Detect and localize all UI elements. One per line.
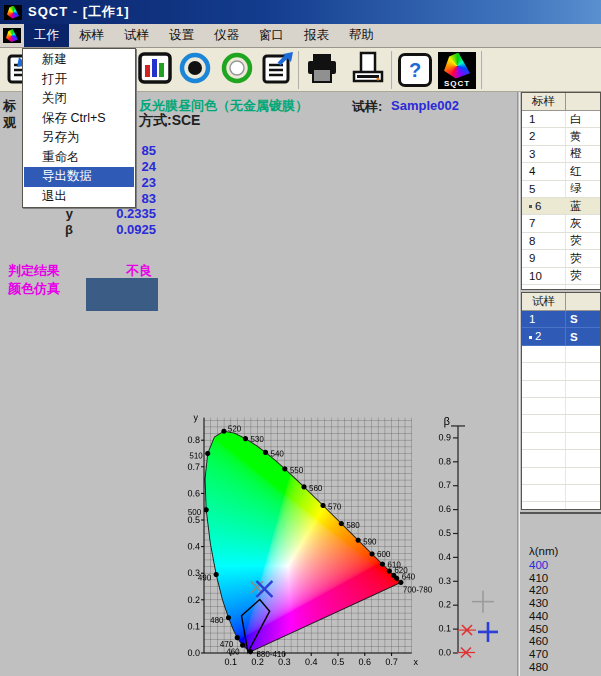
chromaticity-chart: [180, 405, 510, 676]
table-row-empty: [522, 485, 600, 502]
chart-view-button[interactable]: [136, 51, 174, 89]
wavelength-value: 410: [529, 572, 548, 585]
table-row[interactable]: 7灰: [522, 215, 600, 232]
menu-item-close[interactable]: 关闭: [24, 89, 134, 109]
table-row-empty: [522, 433, 600, 450]
menu-item-sample[interactable]: 试样: [114, 24, 159, 47]
color-simulation-label: 颜色仿真: [8, 280, 60, 298]
bar-chart-icon: [137, 50, 173, 90]
wavelength-value: 440: [529, 610, 548, 623]
sample-label: 试样:: [352, 98, 382, 116]
sample-table-header: 试样: [522, 293, 600, 311]
table-row-empty: [522, 450, 600, 467]
sample-table: 试样 1S 2S: [521, 292, 601, 510]
app-window: { "window": {"title": "SQCT - [工作1]"}, "…: [0, 0, 601, 676]
value-label-y: y: [39, 206, 73, 221]
color-simulation-swatch: [86, 278, 158, 311]
window-title: SQCT - [工作1]: [28, 3, 130, 21]
wavelength-value: 480: [529, 661, 548, 674]
about-sqct-button[interactable]: SQCT: [438, 51, 476, 89]
standard-label-fragment: 标: [3, 97, 16, 115]
wavelength-value: 430: [529, 597, 548, 610]
right-panel: 标样 1白 2黄 3橙 4红 5绿 6蓝 7灰 8荧 9荧 10荧 11 试样 …: [520, 92, 601, 676]
help-button[interactable]: ?: [396, 51, 434, 89]
sample-name: Sample002: [391, 98, 459, 113]
wavelength-panel: λ(nm) 400 410 420 430 440 450 460 470 48…: [520, 512, 601, 676]
menu-bar: 工作 标样 试样 设置 仪器 窗口 报表 帮助: [0, 24, 601, 48]
document-system-icon[interactable]: [3, 28, 21, 43]
sqct-logo-icon: SQCT: [438, 52, 476, 89]
table-row-empty: [522, 398, 600, 415]
standard-table: 标样 1白 2黄 3橙 4红 5绿 6蓝 7灰 8荧 9荧 10荧 11: [521, 92, 601, 290]
table-row[interactable]: 4红: [522, 163, 600, 180]
table-row[interactable]: 11: [522, 285, 600, 290]
menu-item-save[interactable]: 保存 Ctrl+S: [24, 109, 134, 129]
wavelength-value: 400: [529, 559, 548, 572]
menu-item-settings[interactable]: 设置: [159, 24, 204, 47]
table-row-empty: [522, 363, 600, 380]
value-beta: 0.0925: [83, 222, 156, 237]
toolbar-separator: [481, 51, 483, 89]
measure-standard-button[interactable]: [176, 51, 214, 89]
wavelength-value: 470: [529, 648, 548, 661]
work-dropdown-menu: 新建 打开 关闭 保存 Ctrl+S 另存为 重命名 导出数据 退出: [22, 48, 136, 208]
menu-item-rename[interactable]: 重命名: [24, 148, 134, 168]
table-row[interactable]: 10荧: [522, 268, 600, 285]
print-button[interactable]: [303, 51, 341, 89]
help-icon: ?: [398, 53, 432, 87]
menu-item-save-as[interactable]: 另存为: [24, 128, 134, 148]
table-row-current[interactable]: 6蓝: [522, 198, 600, 215]
table-row-empty: [522, 346, 600, 363]
table-row[interactable]: 8荧: [522, 233, 600, 250]
wavelength-value: 460: [529, 635, 548, 648]
toolbar-separator: [298, 51, 300, 89]
table-row-empty: [522, 415, 600, 432]
menu-item-report[interactable]: 报表: [294, 24, 339, 47]
wavelength-value: 450: [529, 623, 548, 636]
print-preview-button[interactable]: [349, 51, 387, 89]
standard-table-header: 标样: [522, 93, 600, 111]
menu-item-exit[interactable]: 退出: [24, 187, 134, 207]
measure-standard-icon: [177, 50, 213, 90]
menu-item-standard[interactable]: 标样: [69, 24, 114, 47]
wavelength-list: 400 410 420 430 440 450 460 470 480: [529, 559, 548, 673]
table-row-empty: [522, 381, 600, 398]
observer-label-fragment: 观: [3, 114, 16, 132]
toolbar-separator: [391, 51, 393, 89]
measure-sample-icon: [219, 50, 255, 90]
table-row-selected[interactable]: 1S: [522, 311, 600, 328]
judgment-label: 判定结果: [8, 262, 60, 280]
menu-item-instrument[interactable]: 仪器: [204, 24, 249, 47]
title-bar[interactable]: SQCT - [工作1]: [0, 0, 601, 24]
wavelength-value: 420: [529, 584, 548, 597]
table-row[interactable]: 3橙: [522, 146, 600, 163]
menu-item-help[interactable]: 帮助: [339, 24, 384, 47]
table-row-selected-current[interactable]: 2S: [522, 328, 600, 345]
app-logo-icon: [4, 5, 22, 20]
printer-icon: [304, 50, 340, 90]
table-row-empty: [522, 468, 600, 485]
table-row[interactable]: 1白: [522, 111, 600, 128]
menu-item-window[interactable]: 窗口: [249, 24, 294, 47]
menu-item-open[interactable]: 打开: [24, 70, 134, 90]
export-report-button[interactable]: [258, 51, 296, 89]
measurement-mode: 方式:SCE: [139, 112, 200, 130]
table-row[interactable]: 2黄: [522, 128, 600, 145]
menu-item-work[interactable]: 工作: [24, 24, 69, 47]
measure-sample-button[interactable]: [218, 51, 256, 89]
menu-item-export-data[interactable]: 导出数据: [24, 167, 134, 187]
value-y: 0.2335: [83, 206, 156, 221]
table-row[interactable]: 5绿: [522, 181, 600, 198]
table-row[interactable]: 9荧: [522, 250, 600, 267]
wavelength-header: λ(nm): [529, 545, 558, 557]
print-preview-icon: [350, 50, 386, 90]
value-label-beta: β: [39, 222, 73, 237]
table-row-empty: [522, 502, 600, 510]
export-report-icon: [259, 50, 295, 90]
menu-item-new[interactable]: 新建: [24, 50, 134, 70]
